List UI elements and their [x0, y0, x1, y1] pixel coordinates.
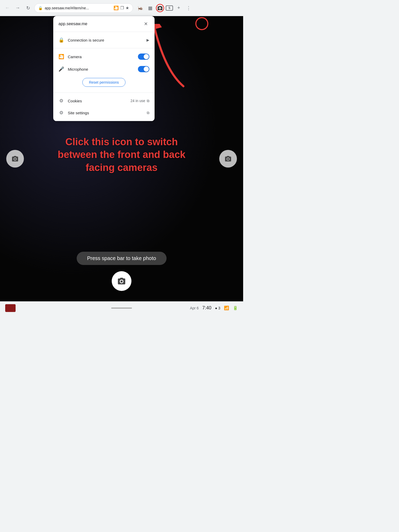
instruction-arrow	[150, 24, 202, 91]
camera-flip-button[interactable]	[156, 4, 164, 12]
tab-count-badge[interactable]: 5	[166, 5, 173, 11]
lock-icon: 🔒	[38, 6, 43, 10]
extensions-button[interactable]: 🦗	[136, 4, 144, 12]
more-menu-button[interactable]: ⋮	[184, 4, 193, 12]
video-icon[interactable]: 🎦	[114, 5, 119, 10]
left-camera-icon	[11, 155, 19, 162]
address-bar[interactable]: 🔒 app.seesaw.me/#/item/ne... 🎦 ❐ ★	[34, 3, 133, 13]
star-icon[interactable]: ★	[125, 5, 129, 10]
permissions-section: 🎦 Camera 🎤 Microphone Reset permissions	[53, 48, 155, 93]
scroll-pill	[111, 308, 132, 309]
svg-point-3	[121, 280, 123, 283]
reset-btn-container: Reset permissions	[53, 75, 155, 90]
add-tab-button[interactable]: +	[175, 4, 183, 12]
split-view-button[interactable]: ▦	[146, 4, 154, 12]
spacebar-hint: Press space bar to take photo	[77, 252, 167, 265]
arrow-container	[150, 24, 202, 91]
notification-badge: ● 3	[215, 306, 220, 310]
cookies-icon: ⚙	[58, 98, 64, 104]
microphone-toggle[interactable]	[138, 66, 149, 72]
svg-point-2	[227, 158, 229, 160]
lock-row-icon: 🔒	[58, 37, 64, 43]
site-settings-label: Site settings	[68, 111, 143, 115]
camera-label: Camera	[68, 55, 134, 59]
site-settings-row[interactable]: ⚙ Site settings ⧉	[53, 107, 155, 119]
microphone-label: Microphone	[68, 67, 134, 71]
microphone-row-icon: 🎤	[58, 66, 64, 72]
battery-icon: 🔋	[233, 305, 238, 310]
dropdown-site-name: app.seesaw.me	[58, 22, 87, 26]
address-bar-icons: 🎦 ❐ ★	[114, 5, 129, 10]
site-info-dropdown: app.seesaw.me ✕ 🔒 Connection is secure ▶…	[53, 16, 155, 121]
instruction-text: Click this icon to switch between the fr…	[57, 136, 187, 174]
reload-button[interactable]: ↻	[24, 4, 32, 12]
site-settings-icon: ⚙	[58, 110, 64, 116]
svg-point-1	[14, 158, 16, 160]
connection-label: Connection is secure	[68, 38, 143, 42]
camera-row-icon: 🎦	[58, 54, 64, 59]
dropdown-close-button[interactable]: ✕	[142, 20, 149, 28]
reset-permissions-button[interactable]: Reset permissions	[82, 78, 125, 87]
app-icon-stack	[5, 304, 16, 312]
camera-toggle[interactable]	[138, 54, 149, 60]
connection-section: 🔒 Connection is secure ▶	[53, 32, 155, 48]
camera-row[interactable]: 🎦 Camera	[53, 50, 155, 63]
cookies-value: 24 in use ⧉	[130, 99, 149, 103]
microphone-row[interactable]: 🎤 Microphone	[53, 63, 155, 75]
site-settings-external-icon: ⧉	[147, 111, 149, 115]
status-date: Apr 6	[190, 306, 198, 310]
status-time: 7:40	[202, 305, 211, 311]
shutter-icon	[117, 277, 126, 285]
status-right: Apr 6 7:40 ● 3 📶 🔋	[190, 305, 238, 311]
url-text: app.seesaw.me/#/item/ne...	[45, 6, 111, 10]
left-camera-button[interactable]	[6, 150, 24, 168]
connection-row[interactable]: 🔒 Connection is secure ▶	[53, 34, 155, 46]
shutter-button[interactable]	[112, 271, 131, 291]
back-button[interactable]: ←	[3, 4, 11, 12]
connection-arrow: ▶	[147, 38, 149, 42]
dropdown-header: app.seesaw.me ✕	[53, 16, 155, 32]
toolbar-icons: 🦗 ▦ 5 + ⋮	[136, 4, 193, 12]
cookies-label: Cookies	[68, 99, 127, 103]
share-icon[interactable]: ❐	[120, 5, 124, 10]
cookies-external-icon: ⧉	[147, 99, 149, 103]
right-camera-icon	[224, 155, 232, 162]
camera-rotate-icon	[157, 5, 163, 11]
cookies-section: ⚙ Cookies 24 in use ⧉ ⚙ Site settings ⧉	[53, 93, 155, 121]
browser-chrome: ← → ↻ 🔒 app.seesaw.me/#/item/ne... 🎦 ❐ ★…	[0, 0, 243, 16]
forward-button[interactable]: →	[14, 4, 22, 12]
right-camera-button[interactable]	[219, 150, 237, 168]
tab-count-text: 5	[169, 6, 170, 10]
status-bar: Apr 6 7:40 ● 3 📶 🔋	[0, 301, 243, 314]
cookies-row[interactable]: ⚙ Cookies 24 in use ⧉	[53, 95, 155, 107]
wifi-icon: 📶	[224, 305, 229, 310]
